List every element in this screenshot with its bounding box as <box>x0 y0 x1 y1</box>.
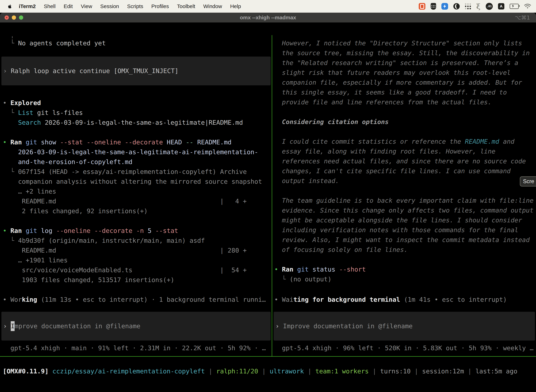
right-prompt-input[interactable]: › Improve documentation in @filename <box>274 312 535 341</box>
terminal-line: this single essay, it seems like a good … <box>274 88 536 97</box>
zoom-button[interactable] <box>19 15 23 20</box>
tmux-pane-left[interactable]: │ └ No agents completed yet› Ralph loop … <box>0 35 272 356</box>
text-segment: 5 <box>144 227 151 234</box>
text-segment: git <box>22 227 37 234</box>
input-source-icon[interactable]: A <box>498 3 504 9</box>
terminal-line: the "Related research writing" section i… <box>274 58 536 68</box>
text-segment: the "Related research writing" section i… <box>274 59 518 66</box>
menu-item-profiles[interactable]: Profiles <box>147 3 173 9</box>
terminal-line: └ (no output) <box>274 274 536 284</box>
badge-61-icon[interactable]: ..61 <box>486 3 493 10</box>
text-segment: • <box>274 266 282 273</box>
terminal-line: including verification notes with those … <box>274 225 536 235</box>
text-segment: might be acceptable alongside the file l… <box>274 217 522 224</box>
dots-grid-icon[interactable] <box>465 3 471 9</box>
tmux-pane-right[interactable]: However, I noticed the "Directory Struct… <box>272 35 536 356</box>
text-segment: essay file, along with finding root file… <box>274 148 495 155</box>
text-segment <box>3 119 18 126</box>
menu-item-scripts[interactable]: Scripts <box>123 3 147 9</box>
text-segment: team:1 workers <box>315 368 368 375</box>
shield-grid-icon[interactable] <box>431 3 436 10</box>
text-segment: Ran <box>10 139 22 146</box>
text-segment: king <box>22 296 37 303</box>
terminal-line: and-the-erosion-of-copyleft.md <box>3 157 272 167</box>
terminal-line: … +2 lines <box>3 187 272 196</box>
text-segment: including verification notes with those … <box>274 226 518 233</box>
text-segment: • <box>3 99 10 107</box>
pane-divider-horizontal <box>0 356 536 357</box>
menu-item-view[interactable]: View <box>77 3 96 9</box>
left-prompt-input[interactable]: › Ralph loop active continue [OMX_TMUX_I… <box>1 56 271 85</box>
menu-item-shell[interactable]: Shell <box>40 3 60 9</box>
terminal-line: changes, I can't cite specific file line… <box>274 166 536 176</box>
text-segment: | <box>304 368 315 375</box>
moon-icon[interactable] <box>453 3 460 9</box>
text-segment: | <box>369 368 380 375</box>
text-segment: status <box>309 266 335 273</box>
text-segment: • <box>3 139 10 146</box>
text-segment: 2026-03-09-is-legal-the-same-as-legitima… <box>3 148 258 156</box>
terminal-line: Considering citation options <box>274 117 536 127</box>
terminal-line: gpt-5.4 xhigh · 96% left · 520K in · 5.8… <box>274 343 536 353</box>
menu-item-help[interactable]: Help <box>226 3 245 9</box>
text-segment: last:5m ago <box>475 368 517 375</box>
text-segment: HEAD <box>163 139 182 146</box>
menu-item-edit[interactable]: Edit <box>60 3 77 9</box>
text-segment: Ran <box>282 266 293 273</box>
text-segment: • <box>3 227 10 234</box>
terminal-line: provide file and line references from th… <box>274 97 536 107</box>
text-segment: (1m 41s • esc to interrupt) <box>400 296 507 303</box>
terminal-line: 2 files changed, 92 insertions(+) <box>3 206 272 216</box>
text-segment: companion analysis without altering the … <box>3 178 262 185</box>
text-segment: changes, I can't cite specific file line… <box>274 167 511 175</box>
omx-status-line: [OMX#0.11.9] cczip/essay/ai-reimplementa… <box>3 366 517 376</box>
text-segment: mprove documentation in @filename <box>14 321 140 331</box>
bolt-app-icon[interactable] <box>441 3 448 10</box>
left-prompt-input[interactable]: › Improve documentation in @filename <box>1 312 271 341</box>
text-segment: Improve documentation in @filename <box>283 321 412 331</box>
text-segment: git <box>293 266 309 273</box>
text-segment: › <box>275 321 283 331</box>
blank-line <box>3 285 272 295</box>
terminal-line: 1903 files changed, 513517 insertions(+) <box>3 275 272 285</box>
macos-menu-bar: iTerm2 ShellEditViewSessionScriptsProfil… <box>0 0 536 13</box>
terminal-line: └ No agents completed yet <box>3 38 272 48</box>
close-button[interactable] <box>5 15 9 20</box>
iterm-window: omx --xhigh --madmax ⌥⌘1 │ └ No agents c… <box>0 13 536 392</box>
menu-item-app[interactable]: iTerm2 <box>15 3 40 9</box>
screen-indicator-label: Scre <box>523 178 534 185</box>
blank-line <box>274 107 536 117</box>
squiggle-icon[interactable]: ξ <box>476 3 480 10</box>
wifi-icon[interactable] <box>524 4 531 9</box>
terminal-line: review. Also, I might want to inspect th… <box>274 235 536 245</box>
text-segment: | <box>411 368 422 375</box>
terminal-line: … +1901 lines <box>3 255 272 265</box>
terminal-line: • Working (11m 13s • esc to interrupt) ·… <box>3 295 272 304</box>
text-segment: • Wai <box>274 296 293 303</box>
menu-item-session[interactable]: Session <box>96 3 123 9</box>
text-segment: › <box>3 66 11 76</box>
text-segment: --stat --oneline --decorate <box>56 139 163 146</box>
minimize-button[interactable] <box>12 15 16 20</box>
window-title: omx --xhigh --madmax <box>240 14 296 21</box>
text-segment: --short <box>335 266 366 273</box>
terminal-line: essay file, along with finding root file… <box>274 146 536 156</box>
text-segment: gpt-5.4 xhigh · main · 91% left · 2.31M … <box>3 344 266 352</box>
terminal-line: might be acceptable alongside the file l… <box>274 215 536 225</box>
battery-icon[interactable] <box>510 4 519 9</box>
text-segment: --stat <box>151 227 178 234</box>
text-segment: turns:10 <box>380 368 411 375</box>
window-titlebar[interactable]: omx --xhigh --madmax ⌥⌘1 <box>0 13 536 23</box>
apple-menu[interactable] <box>5 4 15 9</box>
apple-icon <box>7 4 12 9</box>
menu-item-window[interactable]: Window <box>199 3 226 9</box>
screen-indicator-overlay[interactable]: Scre <box>520 176 536 187</box>
screen-share-icon[interactable] <box>419 3 425 10</box>
text-segment: --oneline --decorate -n <box>53 227 144 234</box>
terminal-line: └ List git ls-files <box>3 108 272 118</box>
text-segment: | 4 + <box>220 196 247 206</box>
text-segment: cczip/essay/ai-reimplementation-copyleft <box>53 368 205 375</box>
menu-item-toolbelt[interactable]: Toolbelt <box>173 3 199 9</box>
text-segment: log <box>37 227 53 234</box>
text-segment: | <box>205 368 216 375</box>
